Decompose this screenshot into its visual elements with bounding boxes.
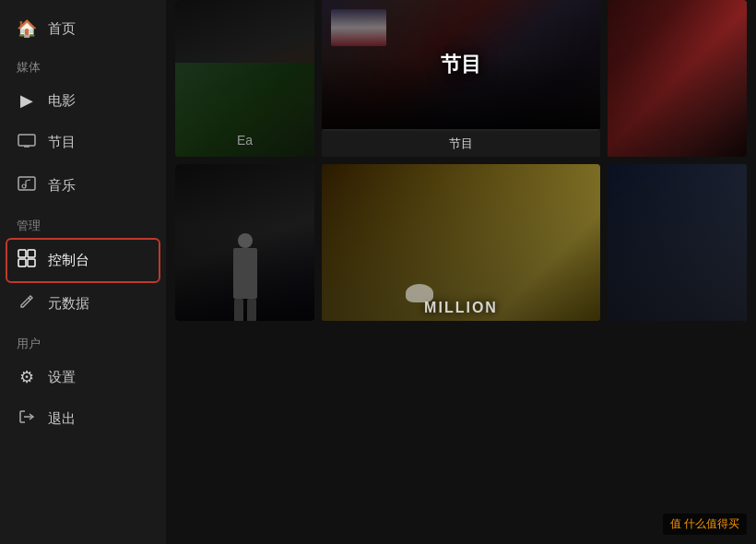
sidebar-item-shows[interactable]: 节目 [0, 122, 166, 163]
sidebar-item-logout[interactable]: 退出 [0, 398, 166, 440]
svg-rect-0 [18, 135, 35, 146]
svg-rect-8 [28, 250, 35, 257]
tv-icon [17, 131, 37, 154]
settings-icon: ⚙ [17, 367, 37, 387]
user-section-label: 用户 [0, 326, 166, 356]
sidebar-item-label: 首页 [48, 20, 76, 38]
svg-rect-7 [18, 250, 26, 257]
music-icon [17, 174, 37, 197]
sidebar: 🏠 首页 媒体 ▶ 电影 节目 音乐 管理 控制台 元数据 用户 ⚙ 设置 [0, 0, 166, 544]
svg-rect-9 [18, 259, 26, 266]
sidebar-item-settings[interactable]: ⚙ 设置 [0, 358, 166, 396]
svg-rect-10 [28, 259, 35, 266]
svg-rect-3 [18, 177, 35, 190]
center-card-overlay-label: 节目 [441, 51, 481, 78]
bottom-right-card[interactable] [608, 164, 747, 321]
sidebar-item-home[interactable]: 🏠 首页 [0, 9, 166, 48]
top-left-card[interactable]: Ea [175, 0, 314, 157]
media-section-label: 媒体 [0, 50, 166, 79]
sidebar-item-label: 节目 [48, 134, 76, 151]
edit-icon [17, 292, 37, 315]
sidebar-item-label: 电影 [48, 92, 76, 110]
movie-icon: ▶ [17, 90, 37, 111]
bottom-left-card[interactable] [175, 164, 314, 321]
sidebar-item-label: 控制台 [48, 252, 89, 269]
watermark: 值 什么值得买 [663, 514, 747, 535]
sidebar-item-music[interactable]: 音乐 [0, 165, 166, 207]
top-center-card-label: 节目 [322, 131, 600, 157]
svg-line-11 [29, 298, 30, 300]
svg-line-6 [26, 180, 30, 181]
top-center-card-wrapper: 节目 节目 [322, 0, 600, 157]
dashboard-icon [17, 249, 37, 272]
bottom-row: MILLION [175, 164, 747, 321]
sidebar-item-label: 元数据 [48, 295, 89, 313]
sidebar-item-movies[interactable]: ▶ 电影 [0, 81, 166, 120]
main-content: Ea 节目 节目 [166, 0, 756, 544]
top-right-card[interactable] [608, 0, 747, 157]
sidebar-item-label: 设置 [48, 369, 76, 386]
top-center-card[interactable]: 节目 [322, 0, 600, 131]
top-row: Ea 节目 节目 [175, 0, 747, 157]
sidebar-item-dashboard[interactable]: 控制台 [7, 240, 159, 281]
sidebar-item-label: 音乐 [48, 177, 76, 195]
sidebar-item-metadata[interactable]: 元数据 [0, 283, 166, 325]
manage-section-label: 管理 [0, 208, 166, 238]
sidebar-item-label: 退出 [48, 410, 76, 428]
bottom-center-card[interactable]: MILLION [322, 164, 600, 321]
logout-icon [17, 408, 37, 431]
home-icon: 🏠 [17, 18, 37, 39]
